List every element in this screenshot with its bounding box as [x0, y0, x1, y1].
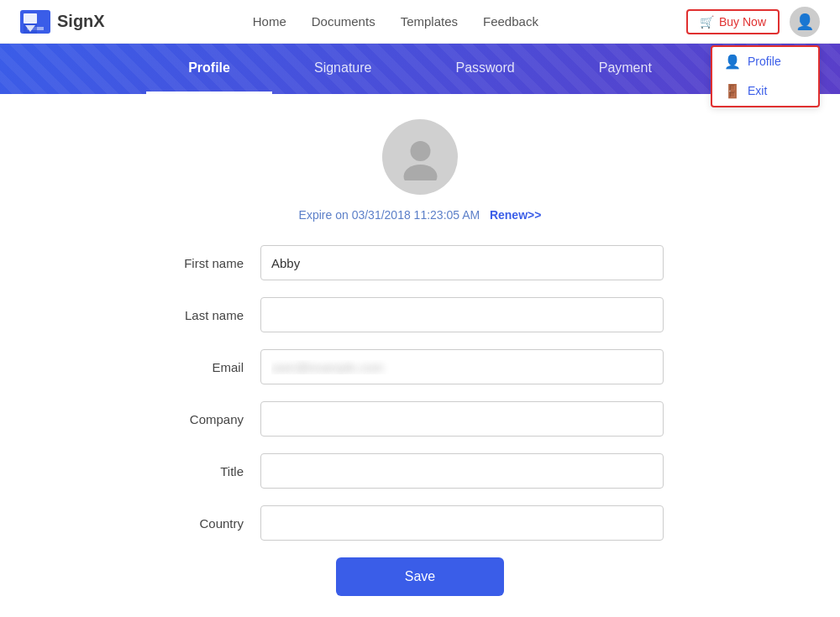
- avatar[interactable]: 👤: [790, 7, 820, 37]
- profile-avatar: [382, 119, 458, 195]
- nav-documents[interactable]: Documents: [312, 14, 375, 29]
- tab-payment-label: Payment: [599, 60, 652, 76]
- label-lastname: Last name: [176, 308, 260, 322]
- svg-rect-1: [24, 13, 37, 24]
- logo-text: SignX: [57, 12, 105, 31]
- logo-icon: [20, 10, 50, 34]
- tab-payment[interactable]: Payment: [557, 44, 694, 94]
- label-company: Company: [176, 412, 260, 426]
- tab-password[interactable]: Password: [413, 44, 556, 94]
- profile-form: First name Last name Email Company Title…: [176, 245, 664, 596]
- save-button[interactable]: Save: [336, 557, 504, 596]
- nav-home[interactable]: Home: [253, 14, 286, 29]
- renew-link[interactable]: Renew>>: [490, 208, 541, 222]
- dropdown-exit-label: Exit: [748, 84, 767, 97]
- form-row-country: Country: [176, 505, 664, 541]
- logo[interactable]: SignX: [20, 10, 105, 34]
- nav-templates[interactable]: Templates: [401, 14, 458, 29]
- navbar-links: Home Documents Templates Feedback: [253, 14, 538, 29]
- form-row-firstname: First name: [176, 245, 664, 280]
- avatar-svg: [397, 134, 444, 180]
- dropdown-profile[interactable]: 👤 Profile: [712, 47, 818, 76]
- tab-signature[interactable]: Signature: [272, 44, 414, 94]
- input-title[interactable]: [260, 453, 664, 489]
- form-row-email: Email: [176, 349, 664, 384]
- buy-now-button[interactable]: 🛒 Buy Now: [686, 9, 780, 34]
- navbar-right: 🛒 Buy Now 👤 👤 Profile 🚪 Exit: [686, 7, 820, 37]
- expiry-text: Expire on 03/31/2018 11:23:05 AM: [299, 208, 480, 222]
- tabs-nav: Profile Signature Password Payment: [146, 44, 694, 94]
- svg-point-3: [403, 165, 437, 180]
- input-country[interactable]: [260, 505, 664, 541]
- avatar-icon: 👤: [795, 13, 814, 31]
- nav-feedback[interactable]: Feedback: [483, 14, 538, 29]
- label-firstname: First name: [176, 256, 260, 270]
- profile-icon: 👤: [724, 54, 741, 70]
- buy-now-label: Buy Now: [719, 15, 766, 29]
- form-row-company: Company: [176, 401, 664, 437]
- navbar: SignX Home Documents Templates Feedback …: [0, 0, 840, 44]
- input-company[interactable]: [260, 401, 664, 437]
- tab-profile[interactable]: Profile: [146, 44, 272, 94]
- exit-icon: 🚪: [724, 83, 741, 99]
- tab-signature-label: Signature: [314, 60, 372, 76]
- form-row-title: Title: [176, 453, 664, 489]
- label-country: Country: [176, 516, 260, 531]
- expiry-info: Expire on 03/31/2018 11:23:05 AM Renew>>: [299, 208, 542, 222]
- tab-password-label: Password: [455, 60, 514, 76]
- main-content: Expire on 03/31/2018 11:23:05 AM Renew>>…: [0, 94, 840, 617]
- input-firstname[interactable]: [260, 245, 664, 280]
- input-lastname[interactable]: [260, 297, 664, 332]
- dropdown-exit[interactable]: 🚪 Exit: [712, 76, 818, 106]
- cart-icon: 🛒: [700, 15, 714, 29]
- svg-point-2: [410, 141, 430, 161]
- label-email: Email: [176, 360, 260, 374]
- dropdown-profile-label: Profile: [748, 55, 781, 68]
- input-email[interactable]: [260, 349, 664, 384]
- user-dropdown: 👤 Profile 🚪 Exit: [711, 45, 820, 107]
- tab-profile-label: Profile: [188, 60, 230, 76]
- label-title: Title: [176, 464, 260, 478]
- form-row-lastname: Last name: [176, 297, 664, 332]
